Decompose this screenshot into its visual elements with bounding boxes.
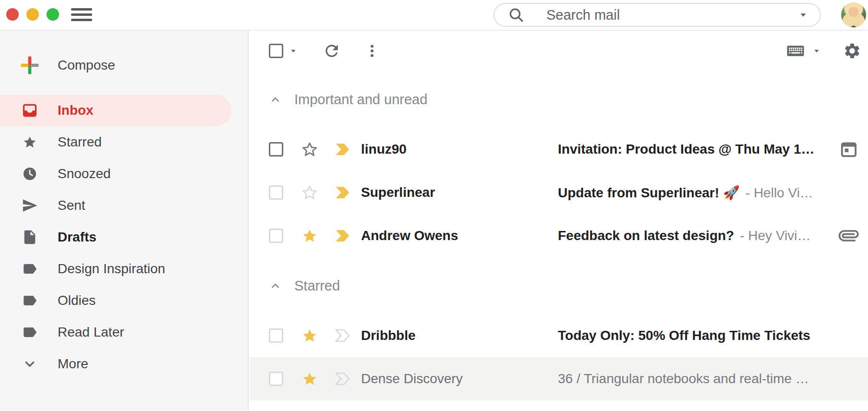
label-icon — [19, 261, 40, 277]
importance-marker-icon[interactable] — [333, 227, 351, 245]
select-all-checkbox[interactable] — [269, 44, 283, 58]
input-tools-keyboard-icon[interactable] — [784, 41, 807, 60]
email-sender: Dribbble — [361, 328, 558, 343]
sidebar-item-design-inspiration[interactable]: Design Inspiration — [0, 253, 231, 285]
sidebar-nav: Inbox Starred Snoozed Sent Drafts Design… — [0, 95, 248, 380]
star-icon — [19, 134, 40, 150]
email-subject: Feedback on latest design? — [558, 228, 734, 243]
avatar[interactable] — [841, 2, 866, 27]
label-icon — [19, 292, 40, 309]
star-icon[interactable] — [301, 370, 319, 388]
email-row[interactable]: Dense Discovery 36 / Triangular notebook… — [250, 357, 868, 400]
email-row[interactable]: Andrew Owens Feedback on latest design?-… — [250, 214, 868, 257]
search-options-caret-icon[interactable] — [797, 9, 809, 21]
chevron-down-icon — [19, 356, 40, 372]
sidebar-item-snoozed[interactable]: Snoozed — [0, 158, 231, 190]
mail-app-window: Compose Inbox Starred Snoozed Sent Draft… — [0, 0, 868, 411]
email-snippet: - Hey Vivi… — [740, 228, 810, 243]
email-subject-line: Today Only: 50% Off Hang Time Tickets — [558, 328, 858, 343]
importance-marker-icon[interactable] — [333, 326, 351, 345]
email-sender: Superlinear — [361, 185, 558, 200]
email-sender: Andrew Owens — [361, 228, 558, 243]
label-icon — [19, 324, 40, 340]
checkbox[interactable] — [269, 142, 283, 157]
file-icon — [19, 229, 40, 245]
checkbox[interactable] — [269, 372, 283, 386]
window-close-button[interactable] — [6, 8, 19, 21]
email-subject: Invitation: Product Ideas @ Thu May 1… — [558, 142, 814, 157]
refresh-icon[interactable] — [323, 42, 341, 60]
compose-label: Compose — [58, 58, 115, 73]
sidebar-item-starred[interactable]: Starred — [0, 126, 231, 158]
email-list: Important and unread linuz90 Invitation:… — [250, 71, 868, 400]
window-minimize-button[interactable] — [26, 8, 39, 21]
email-subject: Today Only: 50% Off Hang Time Tickets — [558, 328, 810, 343]
email-sender: linuz90 — [361, 142, 558, 157]
send-icon — [19, 197, 40, 214]
section-header[interactable]: Important and unread — [250, 71, 868, 128]
compose-button[interactable]: Compose — [0, 49, 248, 82]
clock-icon — [19, 166, 40, 182]
sidebar-item-more[interactable]: More — [0, 348, 231, 380]
list-toolbar — [250, 31, 868, 71]
search-icon — [508, 7, 524, 23]
input-tools-caret-icon[interactable] — [811, 46, 822, 56]
titlebar — [0, 0, 868, 31]
email-row[interactable]: Dribbble Today Only: 50% Off Hang Time T… — [250, 314, 868, 357]
chevron-up-icon — [269, 279, 282, 292]
email-subject-line: Feedback on latest design?- Hey Vivi… — [558, 228, 832, 243]
sidebar-item-drafts[interactable]: Drafts — [0, 221, 231, 253]
email-row[interactable]: linuz90 Invitation: Product Ideas @ Thu … — [250, 128, 868, 171]
compose-plus-icon — [19, 55, 40, 76]
importance-marker-icon[interactable] — [333, 140, 351, 158]
search-input[interactable] — [546, 7, 820, 23]
star-icon[interactable] — [301, 140, 319, 158]
star-icon[interactable] — [301, 326, 319, 345]
importance-marker-icon[interactable] — [333, 370, 351, 388]
section-header[interactable]: Starred — [250, 257, 868, 314]
star-icon[interactable] — [301, 183, 319, 202]
checkbox[interactable] — [269, 328, 283, 343]
more-options-icon[interactable] — [364, 43, 380, 59]
sidebar-item-oldies[interactable]: Oldies — [0, 285, 231, 316]
main-menu-icon[interactable] — [71, 8, 92, 21]
email-sender: Dense Discovery — [361, 371, 558, 387]
inbox-icon — [19, 102, 40, 119]
email-row[interactable]: Superlinear Update from Superlinear! 🚀- … — [250, 171, 868, 214]
email-subject-line: Invitation: Product Ideas @ Thu May 1… — [558, 142, 832, 157]
checkbox[interactable] — [269, 185, 283, 200]
sidebar: Compose Inbox Starred Snoozed Sent Draft… — [0, 31, 249, 411]
calendar-icon — [839, 140, 858, 159]
search-bar[interactable] — [494, 3, 821, 27]
star-icon[interactable] — [301, 227, 319, 245]
email-subject-line: Update from Superlinear! 🚀- Hello Vi… — [558, 185, 858, 201]
window-zoom-button[interactable] — [47, 8, 59, 21]
email-snippet: - Hello Vi… — [746, 185, 813, 200]
paperclip-icon — [839, 226, 858, 245]
importance-marker-icon[interactable] — [333, 183, 351, 202]
settings-gear-icon[interactable] — [843, 42, 861, 60]
email-subject: 36 / Triangular notebooks and real-time … — [558, 371, 809, 386]
sidebar-item-sent[interactable]: Sent — [0, 190, 231, 221]
sidebar-item-inbox[interactable]: Inbox — [0, 95, 231, 126]
sidebar-item-read-later[interactable]: Read Later — [0, 316, 231, 348]
email-subject: Update from Superlinear! 🚀 — [558, 185, 740, 200]
email-subject-line: 36 / Triangular notebooks and real-time … — [558, 371, 858, 387]
select-caret-icon[interactable] — [288, 46, 299, 56]
chevron-up-icon — [269, 93, 282, 106]
mail-list-pane: Important and unread linuz90 Invitation:… — [250, 31, 868, 411]
checkbox[interactable] — [269, 229, 283, 243]
